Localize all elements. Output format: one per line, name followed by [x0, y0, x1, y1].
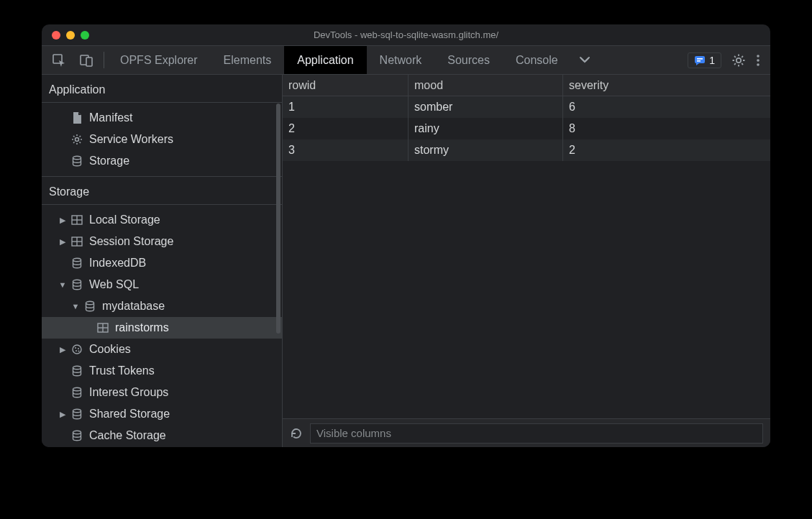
column-header-rowid[interactable]: rowid: [283, 75, 409, 96]
collapse-arrow-icon[interactable]: ▼: [58, 280, 68, 289]
svg-point-40: [73, 345, 81, 354]
svg-point-42: [78, 348, 79, 349]
svg-point-41: [75, 347, 76, 349]
sidebar-item-label: Storage: [89, 155, 129, 167]
sidebar-scrollbar[interactable]: [276, 104, 280, 334]
tab-opfs-explorer[interactable]: OPFS Explorer: [107, 46, 211, 74]
settings-button[interactable]: [731, 53, 746, 68]
more-options-button[interactable]: [756, 53, 760, 68]
svg-rect-4: [697, 58, 703, 60]
sidebar-item-label: Trust Tokens: [89, 364, 155, 377]
sidebar-item-storage-overview[interactable]: Storage: [42, 150, 282, 172]
svg-point-46: [73, 387, 81, 390]
cell-severity: 6: [563, 96, 770, 118]
issues-count: 1: [709, 55, 715, 66]
svg-rect-3: [695, 56, 705, 63]
table-body: 1 somber 6 2 rainy 8 3 stormy 2: [283, 96, 770, 161]
sidebar-item-manifest[interactable]: Manifest: [42, 107, 282, 129]
cell-mood: somber: [409, 96, 563, 118]
column-header-mood[interactable]: mood: [409, 75, 563, 96]
more-tabs-button[interactable]: [571, 46, 598, 74]
tab-network[interactable]: Network: [367, 46, 435, 74]
devtools-window: DevTools - web-sql-to-sqlite-wasm.glitch…: [42, 24, 770, 447]
svg-line-14: [742, 56, 743, 58]
table-icon: [70, 215, 83, 225]
tab-application[interactable]: Application: [284, 46, 366, 74]
tab-console[interactable]: Console: [503, 46, 571, 74]
table-toolbar: [283, 418, 770, 447]
svg-point-18: [76, 138, 79, 142]
svg-point-16: [757, 59, 759, 62]
tab-elements[interactable]: Elements: [211, 46, 285, 74]
sidebar-item-rainstorms[interactable]: rainstorms: [42, 317, 282, 339]
cell-severity: 2: [563, 139, 770, 161]
device-toggle-icon[interactable]: [79, 53, 93, 68]
svg-rect-5: [697, 60, 701, 62]
sidebar-item-indexeddb[interactable]: ▶ IndexedDB: [42, 252, 282, 274]
cookie-icon: [70, 344, 83, 355]
svg-line-26: [80, 136, 81, 137]
svg-point-15: [757, 55, 759, 58]
expand-arrow-icon[interactable]: ▶: [58, 345, 68, 354]
sidebar-item-label: IndexedDB: [89, 257, 146, 270]
visible-columns-input[interactable]: [310, 423, 763, 444]
table-icon: [70, 236, 83, 247]
database-icon: [70, 279, 83, 290]
sidebar-item-web-sql[interactable]: ▼ Web SQL: [42, 274, 282, 295]
gear-icon: [731, 53, 746, 68]
expand-arrow-icon[interactable]: ▶: [58, 216, 68, 225]
sidebar-item-shared-storage[interactable]: ▶ Shared Storage: [42, 403, 282, 425]
sidebar-item-service-workers[interactable]: Service Workers: [42, 129, 282, 150]
collapse-arrow-icon[interactable]: ▼: [70, 302, 81, 311]
window-titlebar: DevTools - web-sql-to-sqlite-wasm.glitch…: [42, 24, 770, 46]
svg-point-47: [73, 409, 81, 412]
cell-rowid: 2: [283, 118, 409, 139]
sidebar-item-trust-tokens[interactable]: ▶ Trust Tokens: [42, 360, 282, 382]
table-row[interactable]: 2 rainy 8: [283, 118, 770, 139]
sidebar-item-local-storage[interactable]: ▶ Local Storage: [42, 209, 282, 231]
table-row[interactable]: 1 somber 6: [283, 96, 770, 118]
issues-icon: [694, 55, 706, 66]
database-icon: [70, 365, 83, 377]
svg-point-45: [73, 366, 81, 369]
close-window-button[interactable]: [52, 31, 60, 40]
sidebar-item-session-storage[interactable]: ▶ Session Storage: [42, 231, 282, 252]
svg-line-25: [73, 142, 75, 144]
refresh-icon: [290, 427, 303, 440]
table-header: rowid mood severity: [283, 75, 770, 96]
sidebar-item-label: Local Storage: [89, 213, 160, 226]
table-row[interactable]: 3 stormy 2: [283, 139, 770, 161]
zoom-window-button[interactable]: [81, 31, 89, 40]
svg-line-13: [734, 63, 736, 65]
expand-arrow-icon[interactable]: ▶: [58, 410, 68, 419]
tab-sources[interactable]: Sources: [434, 46, 503, 74]
svg-point-44: [78, 351, 80, 352]
svg-point-48: [73, 431, 81, 433]
devtools-toolbar: OPFS Explorer Elements Application Netwo…: [42, 46, 770, 75]
toolbar-divider: [104, 52, 104, 68]
cell-mood: stormy: [409, 139, 563, 161]
cell-severity: 8: [563, 118, 770, 139]
table-panel: rowid mood severity 1 somber 6 2 rainy 8: [283, 75, 770, 447]
sidebar-item-cache-storage[interactable]: ▶ Cache Storage: [42, 425, 282, 446]
column-header-severity[interactable]: severity: [563, 75, 770, 96]
sidebar-item-interest-groups[interactable]: ▶ Interest Groups: [42, 382, 282, 403]
expand-arrow-icon[interactable]: ▶: [58, 237, 68, 247]
sidebar-item-label: Shared Storage: [89, 408, 170, 421]
svg-point-36: [86, 301, 94, 304]
minimize-window-button[interactable]: [66, 31, 75, 40]
database-icon: [70, 387, 83, 398]
sidebar-item-cookies[interactable]: ▶ Cookies: [42, 339, 282, 360]
inspect-element-icon[interactable]: [52, 53, 66, 68]
issues-badge[interactable]: 1: [688, 52, 721, 68]
database-icon: [83, 300, 96, 312]
svg-point-34: [73, 258, 81, 261]
sidebar-item-label: Web SQL: [89, 278, 139, 291]
sidebar-item-label: Cache Storage: [89, 429, 166, 442]
cell-mood: rainy: [409, 118, 563, 139]
refresh-button[interactable]: [290, 427, 303, 440]
sidebar-section-application: Application: [42, 75, 282, 103]
database-icon: [70, 430, 83, 441]
sidebar-item-mydatabase[interactable]: ▼ mydatabase: [42, 295, 282, 317]
svg-point-43: [76, 350, 77, 352]
